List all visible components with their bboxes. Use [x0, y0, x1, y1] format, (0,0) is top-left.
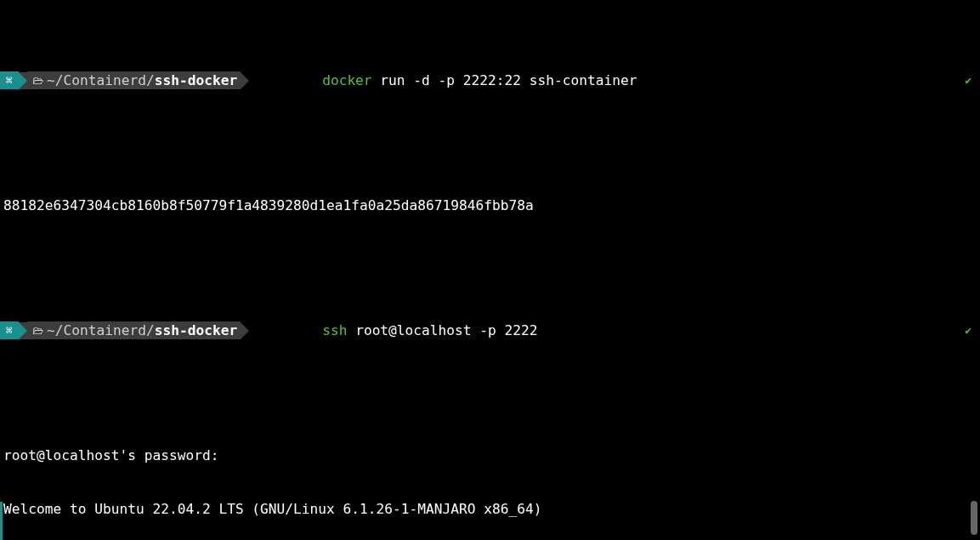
prompt-path: 🗁~/Containerd/ssh-docker	[27, 321, 241, 339]
powerline-arrow-icon	[19, 72, 27, 89]
welcome-line: Welcome to Ubuntu 22.04.2 LTS (GNU/Linux…	[3, 500, 980, 518]
command-binary: ssh	[322, 322, 347, 338]
command-area[interactable]: ssh root@localhost -p 2222 ✔	[249, 304, 980, 357]
terminal[interactable]: ⌘ 🗁~/Containerd/ssh-docker docker run -d…	[0, 0, 980, 540]
prompt-os-icon: ⌘	[0, 321, 19, 339]
path-folder: ssh-docker	[155, 71, 237, 89]
prompt-os-icon: ⌘	[0, 71, 19, 89]
status-check-icon: ✔	[965, 321, 972, 339]
path-folder: ssh-docker	[155, 321, 237, 339]
command-args: run -d -p 2222:22 ssh-container	[372, 72, 637, 88]
ssh-output: root@localhost's password: Welcome to Ub…	[0, 411, 980, 540]
folder-icon: 🗁	[32, 321, 43, 339]
path-prefix: ~/Containerd/	[47, 321, 155, 339]
powerline-arrow-icon	[241, 322, 249, 339]
prompt-path: 🗁~/Containerd/ssh-docker	[27, 71, 241, 89]
password-prompt: root@localhost's password:	[3, 446, 980, 464]
folder-icon: 🗁	[32, 71, 43, 89]
status-check-icon: ✔	[965, 71, 972, 89]
powerline-arrow-icon	[19, 322, 27, 339]
command-area[interactable]: docker run -d -p 2222:22 ssh-container ✔	[249, 54, 980, 107]
command-args: root@localhost -p 2222	[347, 322, 537, 338]
scrollbar-thumb[interactable]	[971, 501, 977, 535]
powerline-arrow-icon	[241, 72, 249, 89]
path-prefix: ~/Containerd/	[47, 71, 155, 89]
container-hash: 88182e6347304cb8160b8f50779f1a4839280d1e…	[3, 196, 980, 214]
docker-output: 88182e6347304cb8160b8f50779f1a4839280d1e…	[0, 161, 980, 250]
prompt-line-1: ⌘ 🗁~/Containerd/ssh-docker docker run -d…	[0, 71, 980, 89]
left-accent-bar	[0, 502, 3, 540]
command-binary: docker	[322, 72, 371, 88]
prompt-line-2: ⌘ 🗁~/Containerd/ssh-docker ssh root@loca…	[0, 321, 980, 339]
